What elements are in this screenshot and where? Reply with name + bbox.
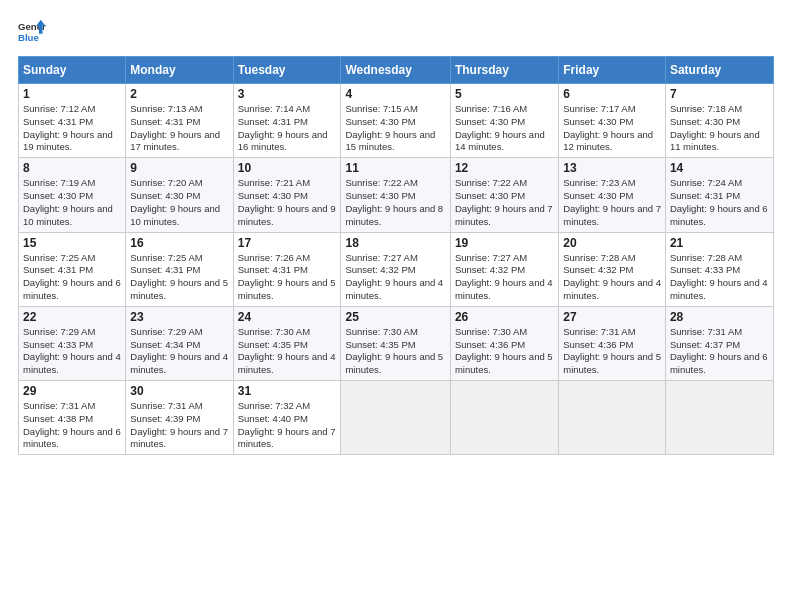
cell-info: Sunrise: 7:17 AM Sunset: 4:30 PM Dayligh… bbox=[563, 103, 653, 152]
day-number: 25 bbox=[345, 310, 445, 324]
header-day-friday: Friday bbox=[559, 57, 666, 84]
day-number: 21 bbox=[670, 236, 769, 250]
cell-info: Sunrise: 7:21 AM Sunset: 4:30 PM Dayligh… bbox=[238, 177, 336, 226]
calendar-cell: 7Sunrise: 7:18 AM Sunset: 4:30 PM Daylig… bbox=[665, 84, 773, 158]
header-day-sunday: Sunday bbox=[19, 57, 126, 84]
calendar-cell: 12Sunrise: 7:22 AM Sunset: 4:30 PM Dayli… bbox=[450, 158, 558, 232]
calendar-cell: 6Sunrise: 7:17 AM Sunset: 4:30 PM Daylig… bbox=[559, 84, 666, 158]
calendar-cell: 8Sunrise: 7:19 AM Sunset: 4:30 PM Daylig… bbox=[19, 158, 126, 232]
cell-info: Sunrise: 7:29 AM Sunset: 4:34 PM Dayligh… bbox=[130, 326, 228, 375]
cell-info: Sunrise: 7:25 AM Sunset: 4:31 PM Dayligh… bbox=[130, 252, 228, 301]
cell-info: Sunrise: 7:27 AM Sunset: 4:32 PM Dayligh… bbox=[455, 252, 553, 301]
calendar-cell: 28Sunrise: 7:31 AM Sunset: 4:37 PM Dayli… bbox=[665, 306, 773, 380]
calendar-cell bbox=[450, 381, 558, 455]
calendar-cell: 18Sunrise: 7:27 AM Sunset: 4:32 PM Dayli… bbox=[341, 232, 450, 306]
day-number: 26 bbox=[455, 310, 554, 324]
week-row-2: 8Sunrise: 7:19 AM Sunset: 4:30 PM Daylig… bbox=[19, 158, 774, 232]
calendar-cell: 16Sunrise: 7:25 AM Sunset: 4:31 PM Dayli… bbox=[126, 232, 233, 306]
cell-info: Sunrise: 7:18 AM Sunset: 4:30 PM Dayligh… bbox=[670, 103, 760, 152]
header-day-thursday: Thursday bbox=[450, 57, 558, 84]
week-row-5: 29Sunrise: 7:31 AM Sunset: 4:38 PM Dayli… bbox=[19, 381, 774, 455]
day-number: 14 bbox=[670, 161, 769, 175]
calendar-cell: 11Sunrise: 7:22 AM Sunset: 4:30 PM Dayli… bbox=[341, 158, 450, 232]
day-number: 3 bbox=[238, 87, 337, 101]
calendar-cell: 9Sunrise: 7:20 AM Sunset: 4:30 PM Daylig… bbox=[126, 158, 233, 232]
day-number: 8 bbox=[23, 161, 121, 175]
cell-info: Sunrise: 7:31 AM Sunset: 4:36 PM Dayligh… bbox=[563, 326, 661, 375]
day-number: 11 bbox=[345, 161, 445, 175]
day-number: 4 bbox=[345, 87, 445, 101]
calendar-cell bbox=[341, 381, 450, 455]
calendar-page: General Blue SundayMondayTuesdayWednesda… bbox=[0, 0, 792, 465]
cell-info: Sunrise: 7:28 AM Sunset: 4:32 PM Dayligh… bbox=[563, 252, 661, 301]
calendar-cell: 21Sunrise: 7:28 AM Sunset: 4:33 PM Dayli… bbox=[665, 232, 773, 306]
day-number: 15 bbox=[23, 236, 121, 250]
week-row-3: 15Sunrise: 7:25 AM Sunset: 4:31 PM Dayli… bbox=[19, 232, 774, 306]
cell-info: Sunrise: 7:16 AM Sunset: 4:30 PM Dayligh… bbox=[455, 103, 545, 152]
cell-info: Sunrise: 7:23 AM Sunset: 4:30 PM Dayligh… bbox=[563, 177, 661, 226]
day-number: 23 bbox=[130, 310, 228, 324]
svg-text:Blue: Blue bbox=[18, 32, 39, 43]
cell-info: Sunrise: 7:26 AM Sunset: 4:31 PM Dayligh… bbox=[238, 252, 336, 301]
day-number: 2 bbox=[130, 87, 228, 101]
calendar-cell: 29Sunrise: 7:31 AM Sunset: 4:38 PM Dayli… bbox=[19, 381, 126, 455]
header-day-monday: Monday bbox=[126, 57, 233, 84]
calendar-table: SundayMondayTuesdayWednesdayThursdayFrid… bbox=[18, 56, 774, 455]
cell-info: Sunrise: 7:31 AM Sunset: 4:37 PM Dayligh… bbox=[670, 326, 768, 375]
calendar-cell: 1Sunrise: 7:12 AM Sunset: 4:31 PM Daylig… bbox=[19, 84, 126, 158]
day-number: 18 bbox=[345, 236, 445, 250]
day-number: 12 bbox=[455, 161, 554, 175]
cell-info: Sunrise: 7:30 AM Sunset: 4:35 PM Dayligh… bbox=[345, 326, 443, 375]
header-row: SundayMondayTuesdayWednesdayThursdayFrid… bbox=[19, 57, 774, 84]
day-number: 10 bbox=[238, 161, 337, 175]
day-number: 1 bbox=[23, 87, 121, 101]
calendar-cell: 25Sunrise: 7:30 AM Sunset: 4:35 PM Dayli… bbox=[341, 306, 450, 380]
calendar-cell bbox=[665, 381, 773, 455]
calendar-cell: 10Sunrise: 7:21 AM Sunset: 4:30 PM Dayli… bbox=[233, 158, 341, 232]
day-number: 17 bbox=[238, 236, 337, 250]
day-number: 31 bbox=[238, 384, 337, 398]
day-number: 22 bbox=[23, 310, 121, 324]
calendar-cell: 13Sunrise: 7:23 AM Sunset: 4:30 PM Dayli… bbox=[559, 158, 666, 232]
logo: General Blue bbox=[18, 18, 46, 46]
header-day-wednesday: Wednesday bbox=[341, 57, 450, 84]
day-number: 9 bbox=[130, 161, 228, 175]
week-row-1: 1Sunrise: 7:12 AM Sunset: 4:31 PM Daylig… bbox=[19, 84, 774, 158]
cell-info: Sunrise: 7:31 AM Sunset: 4:39 PM Dayligh… bbox=[130, 400, 228, 449]
cell-info: Sunrise: 7:27 AM Sunset: 4:32 PM Dayligh… bbox=[345, 252, 443, 301]
calendar-cell: 14Sunrise: 7:24 AM Sunset: 4:31 PM Dayli… bbox=[665, 158, 773, 232]
day-number: 29 bbox=[23, 384, 121, 398]
cell-info: Sunrise: 7:19 AM Sunset: 4:30 PM Dayligh… bbox=[23, 177, 113, 226]
header-day-saturday: Saturday bbox=[665, 57, 773, 84]
cell-info: Sunrise: 7:25 AM Sunset: 4:31 PM Dayligh… bbox=[23, 252, 121, 301]
calendar-cell: 19Sunrise: 7:27 AM Sunset: 4:32 PM Dayli… bbox=[450, 232, 558, 306]
cell-info: Sunrise: 7:12 AM Sunset: 4:31 PM Dayligh… bbox=[23, 103, 113, 152]
cell-info: Sunrise: 7:28 AM Sunset: 4:33 PM Dayligh… bbox=[670, 252, 768, 301]
calendar-cell bbox=[559, 381, 666, 455]
day-number: 5 bbox=[455, 87, 554, 101]
cell-info: Sunrise: 7:31 AM Sunset: 4:38 PM Dayligh… bbox=[23, 400, 121, 449]
calendar-cell: 15Sunrise: 7:25 AM Sunset: 4:31 PM Dayli… bbox=[19, 232, 126, 306]
cell-info: Sunrise: 7:29 AM Sunset: 4:33 PM Dayligh… bbox=[23, 326, 121, 375]
calendar-cell: 22Sunrise: 7:29 AM Sunset: 4:33 PM Dayli… bbox=[19, 306, 126, 380]
logo-icon: General Blue bbox=[18, 18, 46, 46]
cell-info: Sunrise: 7:13 AM Sunset: 4:31 PM Dayligh… bbox=[130, 103, 220, 152]
cell-info: Sunrise: 7:30 AM Sunset: 4:36 PM Dayligh… bbox=[455, 326, 553, 375]
day-number: 27 bbox=[563, 310, 661, 324]
calendar-cell: 3Sunrise: 7:14 AM Sunset: 4:31 PM Daylig… bbox=[233, 84, 341, 158]
cell-info: Sunrise: 7:22 AM Sunset: 4:30 PM Dayligh… bbox=[345, 177, 443, 226]
cell-info: Sunrise: 7:24 AM Sunset: 4:31 PM Dayligh… bbox=[670, 177, 768, 226]
calendar-cell: 4Sunrise: 7:15 AM Sunset: 4:30 PM Daylig… bbox=[341, 84, 450, 158]
calendar-cell: 31Sunrise: 7:32 AM Sunset: 4:40 PM Dayli… bbox=[233, 381, 341, 455]
cell-info: Sunrise: 7:22 AM Sunset: 4:30 PM Dayligh… bbox=[455, 177, 553, 226]
day-number: 16 bbox=[130, 236, 228, 250]
day-number: 6 bbox=[563, 87, 661, 101]
calendar-cell: 24Sunrise: 7:30 AM Sunset: 4:35 PM Dayli… bbox=[233, 306, 341, 380]
day-number: 19 bbox=[455, 236, 554, 250]
calendar-cell: 17Sunrise: 7:26 AM Sunset: 4:31 PM Dayli… bbox=[233, 232, 341, 306]
calendar-cell: 26Sunrise: 7:30 AM Sunset: 4:36 PM Dayli… bbox=[450, 306, 558, 380]
cell-info: Sunrise: 7:15 AM Sunset: 4:30 PM Dayligh… bbox=[345, 103, 435, 152]
cell-info: Sunrise: 7:32 AM Sunset: 4:40 PM Dayligh… bbox=[238, 400, 336, 449]
header: General Blue bbox=[18, 18, 774, 46]
day-number: 28 bbox=[670, 310, 769, 324]
